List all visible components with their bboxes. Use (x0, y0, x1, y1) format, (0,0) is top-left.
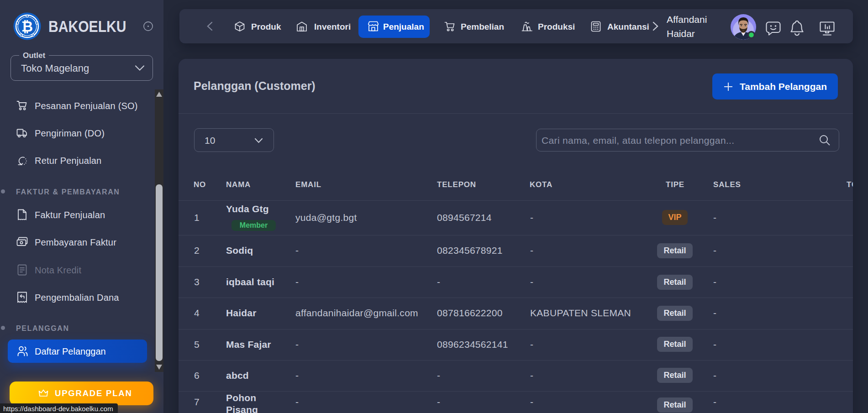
svg-text:₿: ₿ (21, 19, 33, 35)
